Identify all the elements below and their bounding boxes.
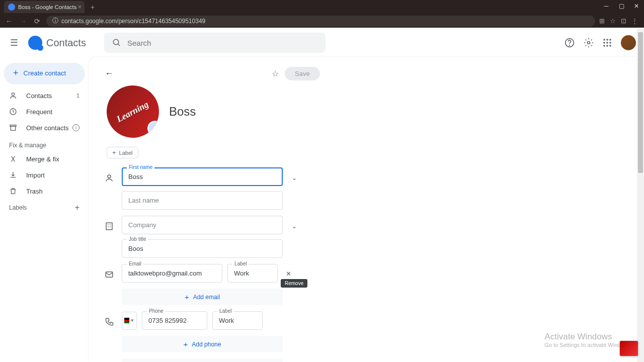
phone-type-label: Label <box>217 308 233 314</box>
search-input[interactable] <box>127 39 317 47</box>
email-type-input[interactable] <box>227 264 278 283</box>
svg-point-6 <box>606 39 608 41</box>
info-icon[interactable]: i <box>72 124 79 131</box>
address-bar: ← → ⟳ ⓘ contacts.google.com/person/c1547… <box>0 14 644 28</box>
first-name-input[interactable] <box>122 167 283 186</box>
svg-point-14 <box>12 93 14 96</box>
add-label-button[interactable]: + <box>75 203 79 212</box>
bookmark-icon[interactable]: ☆ <box>610 17 616 25</box>
create-label: Create contact <box>24 69 66 77</box>
phone-icon <box>105 317 115 326</box>
svg-rect-19 <box>106 223 112 230</box>
svg-rect-17 <box>11 126 15 130</box>
country-flag-select[interactable]: ▼ <box>122 312 137 330</box>
sidebar-item-frequent[interactable]: Frequent <box>0 104 89 120</box>
svg-point-18 <box>108 175 111 178</box>
tab-title: Boss - Google Contacts <box>18 4 76 10</box>
job-title-label: Job title <box>127 236 148 242</box>
create-contact-button[interactable]: + Create contact <box>4 63 85 83</box>
expand-name-button[interactable]: ⌄ <box>292 174 297 182</box>
contact-avatar[interactable] <box>103 82 162 141</box>
archive-icon <box>9 124 18 132</box>
trash-icon <box>9 187 18 195</box>
browser-tab[interactable]: Boss - Google Contacts × <box>4 1 85 13</box>
contact-display-name: Boss <box>169 105 196 119</box>
favicon-icon <box>8 4 15 11</box>
plus-icon: + <box>112 149 116 156</box>
building-icon <box>105 222 115 231</box>
expand-company-button[interactable]: ⌄ <box>292 223 297 230</box>
add-phone-button[interactable]: + Add phone <box>122 336 283 352</box>
svg-point-0 <box>113 39 119 45</box>
contacts-logo-icon <box>28 36 42 50</box>
thumbnail-overlay <box>620 341 638 356</box>
labels-header: Labels + <box>0 199 89 216</box>
scrollbar[interactable] <box>637 28 644 362</box>
back-button[interactable]: ← <box>105 68 114 79</box>
add-address-button[interactable]: Add address <box>122 358 283 362</box>
windows-watermark: Activate Windows Go to Settings to activ… <box>544 332 632 348</box>
sidebar-item-merge[interactable]: Merge & fix <box>0 151 89 167</box>
sidebar-item-trash[interactable]: Trash <box>0 183 89 199</box>
sidebar-item-other[interactable]: Other contacts i <box>0 120 89 136</box>
help-icon[interactable] <box>565 38 575 48</box>
sidebar: + Create contact Contacts 1 Frequent Oth… <box>0 55 89 362</box>
phone-type-input[interactable] <box>212 311 263 330</box>
plus-icon: + <box>13 68 19 78</box>
main-menu-button[interactable]: ☰ <box>8 37 20 49</box>
minimize-button[interactable]: ─ <box>599 0 614 12</box>
svg-point-12 <box>606 45 608 47</box>
remove-email-button[interactable]: ✕ Remove <box>286 270 291 278</box>
add-email-button[interactable]: + Add email <box>122 289 283 305</box>
job-title-input[interactable] <box>122 239 283 258</box>
edit-avatar-button[interactable] <box>147 121 163 136</box>
new-tab-button[interactable]: + <box>91 3 95 11</box>
apps-grid-icon[interactable] <box>603 38 612 47</box>
svg-point-11 <box>603 45 605 47</box>
main-content: ← ☆ Save Boss + Label <box>89 57 644 362</box>
maximize-button[interactable]: ▢ <box>614 0 629 12</box>
extensions-icon[interactable]: ⊡ <box>621 17 626 25</box>
svg-line-1 <box>118 44 120 46</box>
reload-button[interactable]: ⟳ <box>32 16 42 26</box>
first-name-label: First name <box>127 164 154 170</box>
account-avatar[interactable] <box>621 35 636 50</box>
star-button[interactable]: ☆ <box>272 69 279 78</box>
fix-manage-label: Fix & manage <box>0 136 89 151</box>
sidebar-item-import[interactable]: Import <box>0 167 89 183</box>
email-input[interactable] <box>122 264 222 283</box>
svg-point-13 <box>609 45 611 47</box>
clock-icon <box>9 108 18 116</box>
email-label: Email <box>127 261 143 266</box>
save-button[interactable]: Save <box>285 67 320 80</box>
svg-point-3 <box>570 45 570 46</box>
url-input[interactable]: ⓘ contacts.google.com/person/c1547146354… <box>46 16 595 27</box>
plus-icon: + <box>184 340 188 348</box>
svg-point-9 <box>606 42 608 44</box>
scrollbar-thumb[interactable] <box>638 32 643 173</box>
add-label-chip[interactable]: + Label <box>107 147 138 158</box>
kenya-flag-icon <box>124 318 129 323</box>
url-text: contacts.google.com/person/c154714635450… <box>61 18 205 25</box>
browser-chrome: Boss - Google Contacts × + ─ ▢ ✕ ← → ⟳ ⓘ… <box>0 0 644 28</box>
person-icon <box>9 92 18 100</box>
forward-browser-button: → <box>18 16 28 26</box>
settings-icon[interactable] <box>584 38 594 48</box>
sidebar-item-contacts[interactable]: Contacts 1 <box>0 87 89 104</box>
app-logo[interactable]: Contacts <box>28 36 86 50</box>
svg-point-4 <box>588 42 590 44</box>
last-name-input[interactable] <box>122 191 283 210</box>
chrome-menu-icon[interactable]: ⋮ <box>631 17 638 25</box>
install-icon[interactable]: ⊞ <box>599 17 605 25</box>
merge-icon <box>9 155 18 163</box>
close-window-button[interactable]: ✕ <box>629 0 644 12</box>
tab-strip: Boss - Google Contacts × + ─ ▢ ✕ <box>0 0 644 14</box>
lock-icon: ⓘ <box>52 17 58 25</box>
close-tab-icon[interactable]: × <box>78 4 82 11</box>
company-input[interactable] <box>122 216 283 234</box>
phone-input[interactable] <box>142 311 207 330</box>
back-browser-button[interactable]: ← <box>4 16 14 26</box>
phone-label: Phone <box>147 308 166 314</box>
search-bar[interactable] <box>104 33 326 53</box>
email-icon <box>105 270 115 279</box>
